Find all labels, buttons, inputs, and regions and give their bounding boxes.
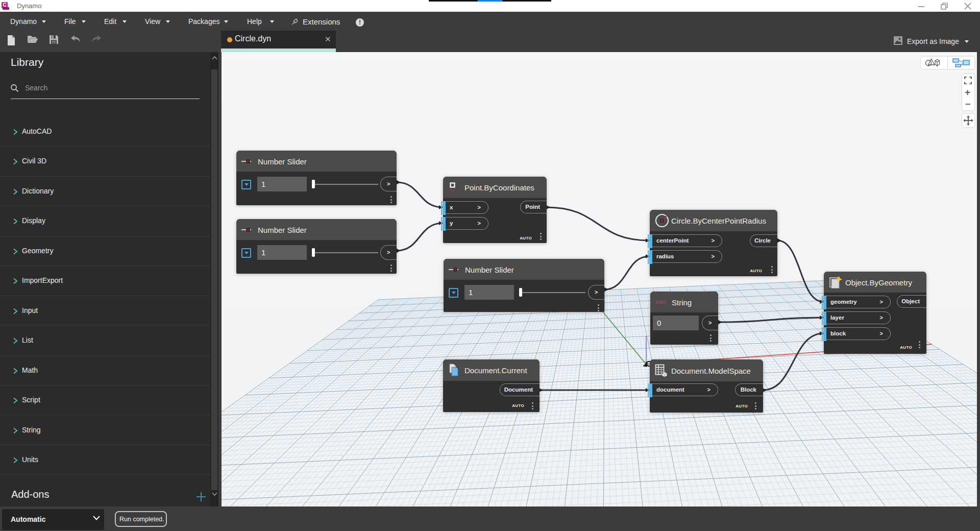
svg-text:XY: XY [450,189,455,192]
